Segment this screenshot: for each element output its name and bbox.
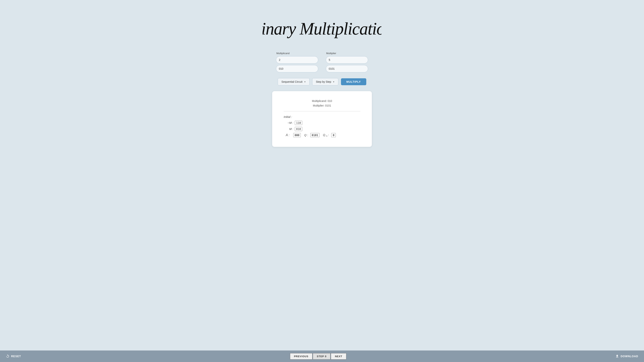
multiplier-binary-input[interactable] — [326, 65, 368, 72]
circuit-dropdown-caret: ▼ — [304, 81, 306, 83]
multiplicand-label: Multiplicand — [276, 52, 318, 55]
multiply-button[interactable]: MULTIPLY — [341, 78, 366, 85]
title-svg: Binary Multiplication — [262, 6, 382, 44]
multiplier-label: Multiplier — [326, 52, 368, 55]
step-button[interactable]: STEP 0 — [313, 353, 330, 359]
result-header: Multiplicand: 010 Multiplier: 0101 — [284, 99, 360, 108]
download-icon — [615, 354, 619, 358]
aq-row: A : 000 Q : 0101 Q−1 : 0 — [284, 133, 360, 137]
neg-m-label: −M : — [284, 121, 293, 124]
nav-buttons: PREVIOUS STEP 0 NEXT — [290, 353, 346, 359]
multiplicand-group: Multiplicand — [276, 52, 318, 72]
title-area: Binary Multiplication — [0, 0, 644, 52]
multiplicand-decimal-input[interactable] — [276, 56, 318, 64]
initial-label: Initial : — [284, 115, 360, 118]
download-area[interactable]: DOWNLOAD — [615, 354, 638, 358]
controls-row: Sequential Circuit ▼ Step by Step ▼ MULT… — [278, 78, 366, 85]
q-value: 0101 — [310, 133, 320, 137]
q-label: Q : — [304, 133, 308, 137]
result-divider — [284, 111, 360, 111]
multiplicand-binary-input[interactable] — [276, 65, 318, 72]
result-panel: Multiplicand: 010 Multiplier: 0101 Initi… — [272, 91, 372, 147]
a-label: A : — [284, 133, 290, 137]
q-minus1-label: Q−1 : — [323, 133, 329, 137]
mode-dropdown[interactable]: Step by Step ▼ — [312, 78, 338, 85]
multiplier-decimal-input[interactable] — [326, 56, 368, 64]
m-row: M : 010 — [284, 127, 360, 131]
page-title: Binary Multiplication — [262, 19, 382, 38]
mode-dropdown-label: Step by Step — [316, 80, 331, 83]
neg-m-value: 110 — [295, 121, 302, 125]
reset-area[interactable]: RESET — [6, 354, 21, 358]
input-section: Multiplicand Multiplier — [276, 52, 368, 72]
a-value: 000 — [293, 133, 301, 137]
bottom-bar: RESET PREVIOUS STEP 0 NEXT DOWNLOAD — [0, 350, 644, 362]
mode-dropdown-caret: ▼ — [333, 81, 335, 83]
previous-button[interactable]: PREVIOUS — [290, 353, 312, 359]
reset-label: RESET — [11, 355, 21, 358]
q-minus1-sub: −1 — [325, 135, 327, 137]
multiplicand-display: Multiplicand: 010 — [284, 99, 360, 103]
m-value: 010 — [295, 127, 302, 131]
q-minus1-value: 0 — [331, 133, 336, 137]
circuit-dropdown-label: Sequential Circuit — [281, 80, 302, 83]
next-button[interactable]: NEXT — [331, 353, 346, 359]
reset-icon — [6, 354, 10, 358]
multiplier-group: Multiplier — [326, 52, 368, 72]
download-label: DOWNLOAD — [620, 355, 638, 358]
multiplier-display: Multiplier: 0101 — [284, 103, 360, 108]
m-label: M : — [284, 127, 293, 130]
circuit-dropdown[interactable]: Sequential Circuit ▼ — [278, 78, 310, 85]
neg-m-row: −M : 110 — [284, 121, 360, 125]
